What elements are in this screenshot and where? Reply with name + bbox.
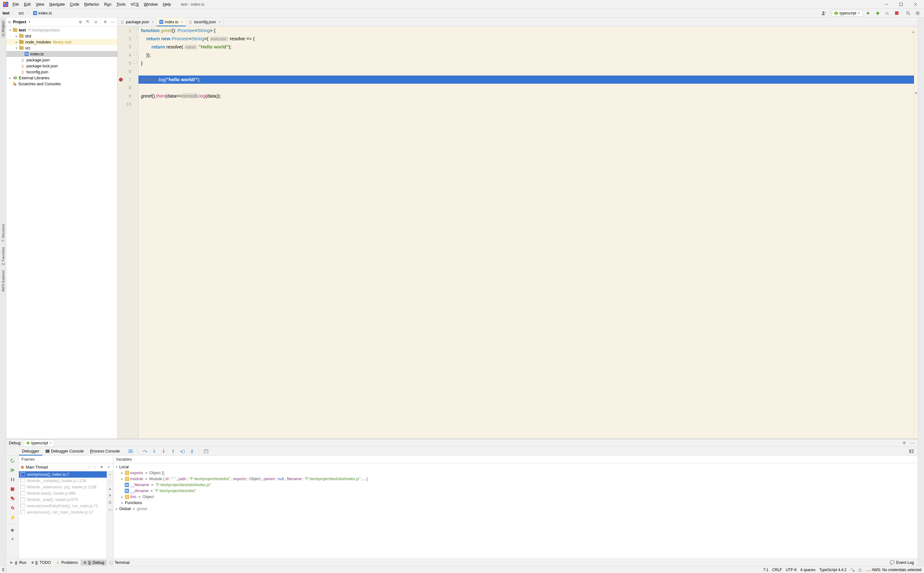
tree-file-package-json[interactable]: {} package.json [6,57,117,63]
breadcrumb-root[interactable]: test [3,11,9,16]
tree-scratches[interactable]: Scratches and Consoles [6,81,117,87]
tool-terminal-tab[interactable]: >_Terminal [106,560,132,565]
view-breakpoints-button[interactable] [9,495,16,502]
tool-todo-tab[interactable]: ≡6: TODO6: TODO [29,560,53,565]
tab-tsconfig[interactable]: {} tsconfig.json × [186,17,224,26]
breadcrumb[interactable]: test 〉 src 〉 TS index.ts [3,10,52,16]
debugger-tab[interactable]: Debugger [19,447,42,456]
read-only-toggle[interactable] [858,568,862,572]
step-over-icon[interactable] [141,448,149,455]
layout-settings-icon[interactable] [908,448,915,455]
stop-button[interactable] [893,10,901,17]
threads-icon[interactable] [127,448,135,455]
step-out-icon[interactable] [169,448,177,455]
prev-frame-icon[interactable]: ↑ [87,465,91,470]
locate-icon[interactable]: ⊕ [77,19,83,25]
debug-button[interactable] [874,10,882,17]
thread-selector[interactable]: Main Thread ↑ ↓ ▼ ▼ [19,463,113,471]
step-into-icon[interactable] [150,448,158,455]
menu-file[interactable]: FFileile [10,1,21,8]
menu-code[interactable]: Code [67,1,82,8]
glasses-icon[interactable]: ∞ [108,507,111,512]
force-step-into-icon[interactable] [160,448,168,455]
menu-tools[interactable]: Tools [114,1,128,8]
fold-icon[interactable]: − [134,52,136,55]
search-everywhere-button[interactable] [905,10,912,17]
menu-refactor[interactable]: Refactor [82,1,102,8]
menu-run[interactable]: Run [102,1,114,8]
frame-row[interactable]: anonymous(), run_main_module.js:17 [19,509,106,515]
hide-panel-icon[interactable]: — [110,19,116,25]
tool-project-tab[interactable]: 1: Project [1,19,5,38]
breakpoint-icon[interactable] [119,78,123,81]
down-icon[interactable]: ▼ [108,493,112,498]
tool-windows-toggle[interactable] [3,568,6,571]
tree-folder-node-modules[interactable]: ▸ node_modules library root [6,39,117,45]
frame-row[interactable]: Module._extensions..js(), loader.js:1158 [19,484,106,490]
file-encoding[interactable]: UTF-8 [786,568,797,572]
menu-view[interactable]: View [33,1,47,8]
project-header-title[interactable]: Project [13,20,26,24]
close-icon[interactable]: × [218,20,221,24]
expand-all-icon[interactable]: ⇱ [85,19,91,25]
remove-icon[interactable]: − [109,479,111,484]
close-icon[interactable]: × [152,20,154,24]
fold-icon[interactable]: − [134,60,136,63]
run-button[interactable] [864,10,872,17]
add-icon[interactable]: + [109,473,111,477]
fold-icon[interactable]: − [134,28,136,31]
frame-row[interactable]: anonymous(), index.ts:7 [19,471,106,478]
debug-session-tab[interactable]: typescript × [24,440,54,446]
tool-structure-tab[interactable]: 7: Structure [1,222,5,244]
frame-row[interactable]: executeUserEntryPoint(), run_main.js:71 [19,503,106,509]
hide-panel-icon[interactable]: — [910,440,915,446]
pin-tab-button[interactable] [9,537,16,543]
aws-status[interactable]: AWS: No credentials selected [866,568,921,572]
tool-problems-tab[interactable]: ⚠Problems [53,559,81,565]
get-thread-dump-button[interactable]: ⚡ [9,514,16,520]
tree-file-package-lock[interactable]: {} package-lock.json [6,63,117,69]
collapse-all-icon[interactable]: ⇲ [92,19,98,25]
debugger-console-tab[interactable]: >_ Debugger Console [42,447,87,456]
maximize-button[interactable] [894,0,908,9]
next-frame-icon[interactable]: ↓ [93,465,97,470]
tab-package-json[interactable]: {} package.json × [118,17,157,26]
project-tree[interactable]: ▾ test F:\test\project\test ▸ dist ▸ nod… [6,27,117,438]
gear-icon[interactable]: ✲ [102,19,108,25]
menu-window[interactable]: Window [141,1,160,8]
breadcrumb-folder[interactable]: src [19,11,24,16]
close-window-button[interactable] [908,0,923,9]
tree-file-tsconfig[interactable]: {} tsconfig.json [6,69,117,75]
pause-button[interactable] [9,476,16,483]
tree-file-index-ts[interactable]: TS index.ts [6,51,117,57]
run-config-selector[interactable]: typescript ▼ [832,10,863,17]
evaluate-expression-icon[interactable] [202,448,210,455]
tool-aws-tab[interactable]: AWS Explorer [1,268,5,294]
frame-row[interactable]: Module._load(), loader.js:879 [19,496,106,503]
tab-index-ts[interactable]: TS index.ts × [157,17,186,26]
menu-vcs[interactable]: VCS [128,1,141,8]
ide-settings-button[interactable] [914,10,921,17]
tool-debug-tab[interactable]: 5: Debug5: Debug [81,560,107,565]
run-to-cursor-icon[interactable]: I [188,448,196,455]
caret-position[interactable]: 7:1 [763,568,769,572]
coverage-button[interactable] [883,10,891,17]
menu-help[interactable]: Help [160,1,174,8]
minimize-button[interactable] [879,0,894,9]
frames-list[interactable]: anonymous(), index.ts:7 Module._compile(… [19,471,106,559]
gear-icon[interactable]: ✲ [901,440,907,446]
frame-row[interactable]: Module._compile(), loader.js:1138 [19,478,106,484]
drop-frame-icon[interactable] [179,448,186,455]
dropdown-icon[interactable]: ▼ [106,466,111,469]
error-stripe[interactable] [914,27,918,438]
stop-debug-button[interactable] [9,486,16,492]
tree-root[interactable]: ▾ test F:\test\project\test [6,27,117,33]
tree-folder-dist[interactable]: ▸ dist [6,33,117,39]
copy-icon[interactable]: ⧉ [108,500,111,505]
process-console-tab[interactable]: Process ConsoleProcess Console [87,447,123,456]
line-separator[interactable]: CRLF [772,568,782,572]
gutter[interactable]: 1 2 3 4 5 6 7 8 9 10 − [118,27,138,438]
tree-external-libraries[interactable]: ▸ External Libraries [6,75,117,81]
breadcrumb-file[interactable]: index.ts [38,11,52,16]
inspections-indicator[interactable] [850,568,855,572]
